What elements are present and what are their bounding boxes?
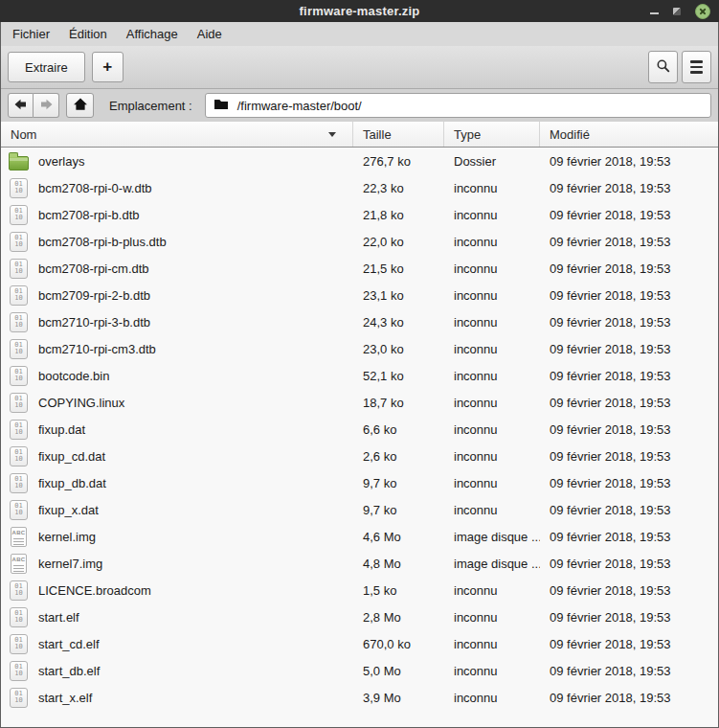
table-row[interactable]: 0110 fixup_db.dat 9,7 ko inconnu 09 févr…	[1, 469, 718, 496]
menu-aide[interactable]: Aide	[188, 23, 232, 45]
file-modified: 09 février 2018, 19:53	[540, 208, 718, 222]
menubar: Fichier Édition Affichage Aide	[1, 22, 718, 46]
hamburger-icon	[690, 60, 703, 73]
file-size: 3,9 Mo	[353, 691, 444, 705]
file-modified: 09 février 2018, 19:53	[540, 530, 718, 544]
table-row[interactable]: 0110 start_x.elf 3,9 Mo inconnu 09 févri…	[1, 684, 718, 711]
folder-file-icon	[9, 156, 29, 171]
table-row[interactable]: 0110 start_cd.elf 670,0 ko inconnu 09 fé…	[1, 630, 718, 657]
minimize-icon[interactable]	[650, 12, 659, 14]
file-type: inconnu	[444, 583, 540, 598]
toolbar: Extraire +	[1, 46, 718, 89]
binary-file-icon: 0110	[10, 500, 28, 520]
table-row[interactable]: 0110 start_db.elf 5,0 Mo inconnu 09 févr…	[1, 657, 718, 684]
file-type: inconnu	[444, 235, 540, 249]
forward-button[interactable]	[34, 93, 59, 118]
location-path: /firmware-master/boot/	[237, 99, 362, 113]
file-size: 22,0 ko	[353, 235, 444, 249]
menu-fichier[interactable]: Fichier	[3, 23, 59, 45]
file-icon: 0110	[8, 338, 30, 360]
table-row[interactable]: 0110 bcm2708-rpi-b-plus.dtb 22,0 ko inco…	[1, 228, 718, 255]
column-header-type[interactable]: Type	[444, 122, 540, 147]
file-name: start.elf	[38, 610, 79, 625]
file-type: image disque ...	[444, 557, 540, 571]
file-name: COPYING.linux	[38, 396, 124, 410]
file-icon: 0110	[8, 687, 30, 709]
home-button[interactable]	[66, 93, 94, 118]
table-row[interactable]: 0110 LICENCE.broadcom 1,5 ko inconnu 09 …	[1, 577, 718, 603]
file-name: bcm2708-rpi-cm.dtb	[38, 262, 149, 276]
table-row[interactable]: 0110 bcm2708-rpi-cm.dtb 21,5 ko inconnu …	[1, 255, 718, 282]
column-header-taille[interactable]: Taille	[353, 122, 444, 147]
column-label-modifie: Modifié	[550, 127, 590, 142]
file-name: start_x.elf	[38, 691, 92, 705]
table-row[interactable]: ABC kernel7.img 4,8 Mo image disque ... …	[1, 550, 718, 577]
binary-file-icon: 0110	[10, 661, 28, 681]
location-bar: Emplacement : /firmware-master/boot/	[1, 89, 718, 122]
close-icon[interactable]	[695, 4, 710, 19]
extract-button[interactable]: Extraire	[8, 52, 85, 82]
file-size: 9,7 ko	[353, 503, 444, 517]
file-name: bcm2708-rpi-b-plus.dtb	[38, 235, 167, 249]
file-name: fixup_db.dat	[38, 476, 106, 490]
column-header-nom[interactable]: Nom	[1, 122, 353, 147]
location-input[interactable]: /firmware-master/boot/	[205, 93, 711, 118]
binary-file-icon: 0110	[10, 366, 28, 386]
binary-file-icon: 0110	[10, 393, 28, 413]
add-files-button[interactable]: +	[92, 52, 124, 82]
file-size: 18,7 ko	[353, 396, 444, 410]
table-row[interactable]: 0110 fixup_x.dat 9,7 ko inconnu 09 févri…	[1, 496, 718, 523]
file-name-cell: 0110 fixup_db.dat	[1, 472, 353, 494]
table-row[interactable]: 0110 bcm2710-rpi-cm3.dtb 23,0 ko inconnu…	[1, 335, 718, 362]
menu-button[interactable]	[682, 51, 711, 83]
table-row[interactable]: 0110 bcm2708-rpi-0-w.dtb 22,3 ko inconnu…	[1, 174, 718, 201]
table-row[interactable]: 0110 bootcode.bin 52,1 ko inconnu 09 fév…	[1, 362, 718, 389]
table-row[interactable]: 0110 COPYING.linux 18,7 ko inconnu 09 fé…	[1, 389, 718, 416]
file-type: inconnu	[444, 664, 540, 678]
table-row[interactable]: 0110 bcm2709-rpi-2-b.dtb 23,1 ko inconnu…	[1, 282, 718, 308]
file-type: inconnu	[444, 262, 540, 276]
file-name-cell: 0110 bcm2708-rpi-b-plus.dtb	[1, 231, 353, 253]
table-row[interactable]: 0110 fixup_cd.dat 2,6 ko inconnu 09 févr…	[1, 443, 718, 469]
file-modified: 09 février 2018, 19:53	[540, 476, 718, 490]
file-name-cell: 0110 bcm2709-rpi-2-b.dtb	[1, 284, 353, 307]
file-icon: 0110	[8, 499, 30, 521]
menu-affichage[interactable]: Affichage	[117, 23, 188, 45]
table-row[interactable]: 0110 start.elf 2,8 Mo inconnu 09 février…	[1, 603, 718, 630]
table-row[interactable]: 0110 fixup.dat 6,6 ko inconnu 09 février…	[1, 416, 718, 443]
search-button[interactable]	[648, 51, 678, 83]
file-name-cell: 0110 bcm2708-rpi-0-w.dtb	[1, 177, 353, 199]
file-modified: 09 février 2018, 19:53	[540, 503, 718, 517]
menu-edition[interactable]: Édition	[59, 23, 117, 45]
file-icon: 0110	[8, 258, 30, 280]
file-modified: 09 février 2018, 19:53	[540, 449, 718, 464]
column-header-modifie[interactable]: Modifié	[540, 122, 718, 147]
file-type: inconnu	[444, 422, 540, 437]
file-type: inconnu	[444, 288, 540, 303]
file-type: inconnu	[444, 369, 540, 383]
binary-file-icon: 0110	[10, 259, 28, 279]
file-icon: 0110	[8, 284, 30, 307]
binary-file-icon: 0110	[10, 446, 28, 466]
back-button[interactable]	[8, 93, 34, 118]
binary-file-icon: 0110	[10, 205, 28, 225]
file-name: bcm2708-rpi-0-w.dtb	[38, 181, 152, 195]
file-name-cell: ABC kernel.img	[1, 526, 353, 548]
file-size: 6,6 ko	[353, 422, 444, 437]
file-icon: 0110	[8, 311, 30, 333]
binary-file-icon: 0110	[10, 634, 28, 654]
table-row[interactable]: overlays 276,7 ko Dossier 09 février 201…	[1, 148, 718, 174]
table-row[interactable]: ABC kernel.img 4,6 Mo image disque ... 0…	[1, 523, 718, 550]
file-name: bcm2710-rpi-cm3.dtb	[38, 342, 156, 356]
binary-file-icon: 0110	[10, 339, 28, 359]
binary-file-icon: 0110	[10, 232, 28, 252]
table-row[interactable]: 0110 bcm2708-rpi-b.dtb 21,8 ko inconnu 0…	[1, 201, 718, 228]
file-name-cell: overlays	[1, 150, 353, 172]
file-name: kernel.img	[38, 530, 96, 544]
file-icon: 0110	[8, 365, 30, 387]
file-size: 23,1 ko	[353, 288, 444, 303]
archive-manager-window: firmware-master.zip Fichier Édition Affi…	[0, 0, 719, 728]
maximize-icon[interactable]	[673, 8, 681, 15]
table-row[interactable]: 0110 bcm2710-rpi-3-b.dtb 24,3 ko inconnu…	[1, 308, 718, 335]
file-name-cell: 0110 fixup.dat	[1, 419, 353, 441]
